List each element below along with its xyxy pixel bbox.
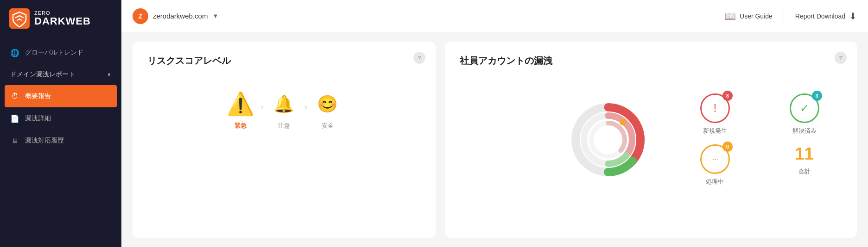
risk-levels: ⚠️ 緊急 › 🔔 注意 › 😊 <box>147 81 421 139</box>
document-icon: 📄 <box>10 114 19 123</box>
sidebar-item-label: グローバルトレンド <box>25 49 83 57</box>
warning-triangle-icon: ⚠️ <box>227 93 254 115</box>
employee-leakage-card: 社員アカウントの漏洩 ? <box>445 42 857 238</box>
risk-safe-item: 😊 安全 <box>314 90 342 130</box>
stat-resolved-icon-wrap: ✓ 3 <box>790 93 819 123</box>
employee-leakage-title: 社員アカウントの漏洩 <box>460 55 552 216</box>
book-icon: 📖 <box>724 11 736 22</box>
sidebar-item-label: 漏洩詳細 <box>25 114 51 123</box>
stat-processing: ··· 0 処理中 <box>678 144 753 186</box>
logo-darkweb: DARKWEB <box>34 16 91 27</box>
monitor-icon: 🖥 <box>10 136 19 145</box>
user-guide-label: User Guide <box>740 12 773 20</box>
check-icon: ✓ <box>800 102 809 115</box>
logo-text: ZERO DARKWEB <box>34 10 91 27</box>
exclamation-icon: ! <box>714 102 717 115</box>
sidebar-item-leak-detail[interactable]: 📄 漏洩詳細 <box>0 107 121 130</box>
globe-icon: 🌐 <box>10 48 19 57</box>
report-download-button[interactable]: Report Download ⬇ <box>795 11 857 22</box>
donut-chart-area <box>552 89 664 191</box>
sidebar-section-label: ドメイン漏洩レポート <box>10 70 75 79</box>
sidebar-section-domain-leak[interactable]: ドメイン漏洩レポート ∧ <box>0 64 121 85</box>
stat-processing-label: 処理中 <box>706 178 724 186</box>
stat-new-label: 新規発生 <box>703 127 727 135</box>
caution-icon-wrap: 🔔 <box>270 90 298 118</box>
employee-leakage-help-button[interactable]: ? <box>835 52 847 64</box>
risk-score-help-button[interactable]: ? <box>413 52 425 64</box>
donut-chart <box>562 93 654 186</box>
sidebar-item-label: 漏洩対応履歴 <box>25 136 64 145</box>
stat-resolved-badge: 3 <box>812 91 822 101</box>
sidebar-navigation: 🌐 グローバルトレンド ドメイン漏洩レポート ∧ ⏱ 概要報告 📄 漏洩詳細 🖥… <box>0 37 121 247</box>
caution-label: 注意 <box>278 122 290 130</box>
bell-icon: 🔔 <box>273 96 294 112</box>
header-actions: 📖 User Guide Report Download ⬇ <box>724 11 857 22</box>
dots-icon: ··· <box>712 154 718 164</box>
chevron-up-icon: ∧ <box>107 71 111 78</box>
header-bar: Z zerodarkweb.com ▼ 📖 User Guide Report … <box>121 0 868 32</box>
domain-avatar: Z <box>133 8 148 24</box>
dashboard: リスクスコアレベル ? ⚠️ 緊急 › 🔔 注意 <box>121 32 868 247</box>
risk-score-card: リスクスコアレベル ? ⚠️ 緊急 › 🔔 注意 <box>133 42 436 238</box>
stats-grid: ! 8 新規発生 ✓ 3 解 <box>678 89 842 191</box>
orange-indicator <box>620 119 626 125</box>
stat-total: 11 合計 <box>767 144 842 186</box>
stat-processing-icon-wrap: ··· 0 <box>700 144 730 174</box>
risk-emergency-item: ⚠️ 緊急 <box>227 90 254 130</box>
emergency-icon-wrap: ⚠️ <box>227 90 254 118</box>
main-content: Z zerodarkweb.com ▼ 📖 User Guide Report … <box>121 0 868 247</box>
user-guide-button[interactable]: 📖 User Guide <box>724 11 773 22</box>
stat-new: ! 8 新規発生 <box>678 93 753 135</box>
stat-processing-badge: 0 <box>722 142 733 152</box>
header-separator <box>784 11 784 22</box>
sidebar: ZERO DARKWEB 🌐 グローバルトレンド ドメイン漏洩レポート ∧ ⏱ … <box>0 0 121 247</box>
stat-new-icon-wrap: ! 8 <box>700 93 730 123</box>
risk-score-title: リスクスコアレベル <box>147 55 421 67</box>
risk-caution-item: 🔔 注意 <box>270 90 298 130</box>
sidebar-item-global-trend[interactable]: 🌐 グローバルトレンド <box>0 42 121 64</box>
stat-resolved: ✓ 3 解決済み <box>767 93 842 135</box>
arrow-right-icon-2: › <box>304 102 307 118</box>
stat-total-label: 合計 <box>798 167 811 176</box>
arrow-right-icon: › <box>261 102 264 118</box>
stat-total-number: 11 <box>795 144 814 164</box>
safe-icon-wrap: 😊 <box>314 90 342 118</box>
smile-icon: 😊 <box>317 96 338 112</box>
sidebar-item-summary-report[interactable]: ⏱ 概要報告 <box>5 85 117 107</box>
stat-resolved-label: 解決済み <box>792 127 817 135</box>
report-download-label: Report Download <box>795 12 845 20</box>
domain-chevron-icon: ▼ <box>212 12 218 19</box>
emergency-label: 緊急 <box>234 122 247 130</box>
logo-icon <box>9 8 30 29</box>
stat-new-badge: 8 <box>722 91 733 101</box>
card-right-inner: ! 8 新規発生 ✓ 3 解 <box>552 55 842 225</box>
clock-icon: ⏱ <box>10 92 19 101</box>
domain-selector[interactable]: Z zerodarkweb.com ▼ <box>133 8 218 24</box>
safe-label: 安全 <box>322 122 334 130</box>
download-icon: ⬇ <box>849 11 857 22</box>
sidebar-item-label: 概要報告 <box>25 92 51 100</box>
logo-area: ZERO DARKWEB <box>0 0 121 37</box>
sidebar-item-leak-history[interactable]: 🖥 漏洩対応履歴 <box>0 130 121 152</box>
domain-name: zerodarkweb.com <box>153 12 208 20</box>
